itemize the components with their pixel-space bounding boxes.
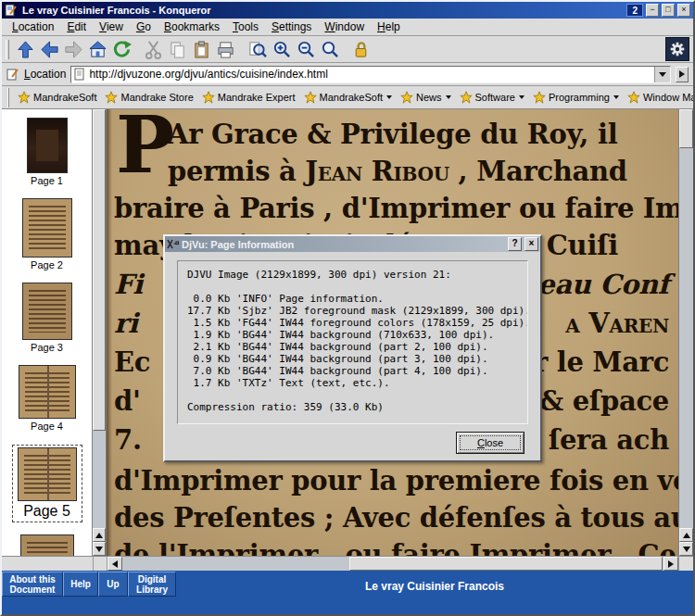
menu-location[interactable]: Location: [6, 19, 59, 34]
zoom-out-button[interactable]: [293, 37, 317, 61]
print-button[interactable]: [213, 37, 237, 61]
document-title: Le vray Cuisinier Francois: [176, 580, 693, 593]
page2-thumb-image: [23, 199, 71, 257]
up-button[interactable]: [13, 37, 37, 61]
chevron-down-icon: [613, 95, 619, 99]
down-triangle-icon: [683, 547, 690, 552]
bookmark-folder-programming[interactable]: Programming: [529, 89, 623, 106]
vertical-scrollbar[interactable]: [678, 109, 693, 556]
home-button[interactable]: [85, 37, 109, 61]
reload-icon: [112, 40, 132, 59]
paste-button[interactable]: [189, 37, 213, 61]
dialog-close-button[interactable]: ×: [524, 237, 538, 251]
chevron-down-icon: [446, 95, 451, 99]
cut-button[interactable]: [141, 37, 165, 61]
titlebar[interactable]: Le vray Cuisinier Francois - Konqueror 2…: [2, 2, 693, 19]
book-text-fragment: Fi: [114, 269, 143, 300]
menu-edit[interactable]: Edit: [61, 19, 92, 34]
sidebar-scroll-down-button[interactable]: [93, 542, 106, 556]
url-combobox[interactable]: http://djvuzone.org/djvu/antics/cuisine/…: [70, 66, 671, 83]
menu-bookmarks[interactable]: Bookmarks: [158, 19, 225, 34]
thumbnail-page-3[interactable]: Page 3: [23, 283, 71, 353]
horizontal-scrollbar-row: [2, 556, 693, 571]
up-triangle-icon: [683, 533, 690, 538]
copy-button[interactable]: [165, 37, 189, 61]
bookmark-label: Software: [475, 92, 515, 103]
toolbar: [2, 36, 693, 63]
digital-library-button[interactable]: Digital Library: [128, 572, 176, 597]
window-app-icon: [5, 4, 18, 17]
url-dropdown-button[interactable]: [654, 67, 670, 82]
scroll-up-button[interactable]: [679, 528, 693, 542]
bookmark-folder-window-manager[interactable]: Window Manager: [624, 89, 693, 106]
thumbnail-page-1[interactable]: Page 1: [28, 119, 67, 186]
dialog-titlebar[interactable]: DjVu: Page Information ? ×: [165, 236, 540, 252]
find-button[interactable]: [317, 37, 341, 61]
back-button[interactable]: [37, 37, 61, 61]
bookmark-folder-mandrakesoft[interactable]: MandrakeSoft: [300, 89, 396, 106]
page4-thumb-image: [19, 366, 75, 418]
vertical-scrollbar-thumb[interactable]: [679, 109, 693, 148]
close-button[interactable]: ×: [677, 4, 690, 17]
bookmark-mandrake-expert[interactable]: Mandrake Expert: [198, 89, 299, 106]
right-triangle-icon: [668, 560, 674, 568]
paste-icon: [192, 40, 211, 59]
about-document-button[interactable]: About this Document: [2, 572, 63, 597]
star-icon: [533, 91, 546, 104]
page-info-header: DJVU Image (2129x1899, 300 dpi) version …: [187, 269, 518, 281]
bookmark-folder-software[interactable]: Software: [456, 89, 528, 106]
go-button[interactable]: [676, 67, 689, 82]
up-triangle-icon: [95, 533, 103, 538]
zoom-out-icon: [296, 40, 315, 59]
page-information-dialog: DjVu: Page Information ? × DJVU Image (2…: [163, 234, 542, 462]
maximize-button[interactable]: □: [662, 4, 675, 17]
chevron-down-icon: [519, 95, 524, 99]
chunk-line: 0.9 Kb 'BG44' IW44 background (part 3, 1…: [187, 353, 518, 365]
menu-settings[interactable]: Settings: [266, 19, 317, 34]
horizontal-scrollbar-thumb[interactable]: [349, 557, 663, 571]
sidebar-scrollbar-thumb[interactable]: [93, 109, 106, 431]
scrollbar-corner: [678, 557, 693, 571]
menu-go[interactable]: Go: [131, 19, 157, 34]
book-text-fragment: d': [114, 385, 141, 417]
nav-help-button[interactable]: Help: [63, 572, 98, 597]
book-text: permis à: [168, 156, 305, 187]
close-dialog-button[interactable]: Close: [456, 432, 524, 454]
sidebar-scroll-up-button[interactable]: [93, 528, 106, 542]
thumbnail-page-4[interactable]: Page 4: [19, 366, 75, 432]
scroll-right-button[interactable]: [663, 557, 678, 571]
star-icon: [202, 91, 215, 104]
sidebar-scrollbar[interactable]: [93, 109, 107, 556]
thumbnail-page-6[interactable]: [21, 535, 73, 556]
forward-button[interactable]: [61, 37, 85, 61]
bookmark-mandrakesoft[interactable]: MandrakeSoft: [14, 89, 100, 106]
menu-view[interactable]: View: [94, 19, 129, 34]
scroll-down-button[interactable]: [679, 542, 693, 556]
security-button[interactable]: [348, 37, 373, 61]
star-icon: [627, 91, 640, 104]
nav-up-button[interactable]: Up: [98, 572, 128, 597]
reload-button[interactable]: [109, 37, 133, 61]
bookmark-mandrake-store[interactable]: Mandrake Store: [101, 89, 196, 106]
url-text[interactable]: http://djvuzone.org/djvu/antics/cuisine/…: [89, 68, 651, 81]
menu-help[interactable]: Help: [372, 19, 406, 34]
minimize-button[interactable]: −: [646, 4, 659, 17]
zoom-in-button[interactable]: [269, 37, 293, 61]
menu-window[interactable]: Window: [319, 19, 370, 34]
thumbnail-page-2[interactable]: Page 2: [23, 199, 71, 270]
book-text: , Marchand: [449, 156, 627, 187]
menu-tools[interactable]: Tools: [227, 19, 264, 34]
zoom-fit-button[interactable]: [245, 37, 269, 61]
bookmark-bar-grip[interactable]: [7, 88, 9, 107]
scroll-left-button[interactable]: [107, 557, 122, 571]
horizontal-scrollbar[interactable]: [122, 557, 663, 571]
thumbnail-page-5-selected[interactable]: Page 5: [12, 445, 82, 522]
thumbnail-sidebar: Page 1 Page 2 Page 3 Page 4 Page 5: [2, 109, 93, 556]
zoom-fit-icon: [247, 40, 267, 59]
toolbar-grip[interactable]: [6, 40, 9, 59]
book-text-line: braire à Paris , d'Imprimer ou faire Imp: [114, 193, 678, 224]
dialog-help-button[interactable]: ?: [508, 237, 522, 251]
forward-arrow-icon: [64, 40, 83, 59]
bookmark-folder-news[interactable]: News: [397, 89, 455, 106]
scissors-icon: [144, 40, 163, 59]
